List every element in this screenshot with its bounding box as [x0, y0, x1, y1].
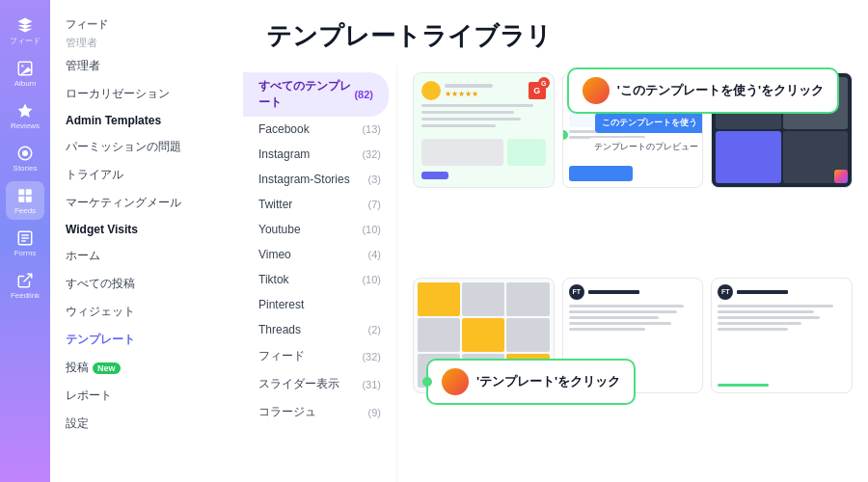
filter-vimeo[interactable]: Vimeo (4) — [243, 242, 396, 267]
filter-facebook[interactable]: Facebook (13) — [243, 117, 396, 142]
filter-pinterest[interactable]: Pinterest — [243, 292, 396, 317]
svg-marker-2 — [18, 103, 33, 117]
filter-all[interactable]: すべてのテンプレート (82) — [243, 72, 389, 117]
svg-rect-7 — [18, 196, 24, 201]
sidebar-item-feed[interactable]: フィード — [6, 12, 44, 50]
sidebar-item-reviews[interactable]: Reviews — [6, 96, 44, 135]
sidebar-item-stories[interactable]: Stories — [6, 139, 44, 177]
filter-instagram-stories[interactable]: Instagram-Stories (3) — [243, 167, 396, 192]
tooltip-avatar-2 — [442, 368, 469, 395]
sidebar-item-templates[interactable]: テンプレート — [50, 326, 243, 354]
sidebar-item-permissions[interactable]: パーミッションの問題 — [50, 133, 243, 161]
sidebar-item-album[interactable]: Album — [6, 54, 44, 93]
filter-feeds[interactable]: フィード (32) — [243, 342, 396, 370]
tooltip-dot — [422, 377, 432, 387]
tooltip-use-template: 'このテンプレートを使う'をクリック — [567, 67, 839, 114]
sidebar-item-forms[interactable]: Forms — [6, 224, 44, 262]
use-template-button[interactable]: このテンプレートを使う — [595, 113, 703, 133]
svg-rect-8 — [26, 196, 32, 201]
template-card-6[interactable]: FT — [711, 278, 853, 393]
icon-bar: フィード Album Reviews Stories Feeds Forms F… — [0, 0, 50, 482]
sidebar-item-kanrisha-sub[interactable]: 管理者 — [50, 34, 243, 52]
sidebar-item-widget[interactable]: ウィジェット — [50, 298, 243, 326]
sidebar-item-trial[interactable]: トライアル — [50, 161, 243, 189]
template-card-1[interactable]: ★★★★★ G G — [413, 72, 555, 188]
sidebar-item-posts[interactable]: 投稿 New — [50, 354, 243, 382]
svg-rect-6 — [26, 189, 32, 195]
sidebar-item-report[interactable]: レポート — [50, 382, 243, 410]
filter-youtube[interactable]: Youtube (10) — [243, 217, 396, 242]
filter-instagram[interactable]: Instagram (32) — [243, 142, 396, 167]
svg-line-13 — [24, 274, 32, 281]
sidebar-item-widget-visits[interactable]: Widget Visits — [50, 217, 243, 242]
preview-button[interactable]: テンプレートのプレビュー — [588, 138, 703, 156]
sidebar-item-localization[interactable]: ローカリゼーション — [50, 80, 243, 108]
page-title: テンプレートライブラリ — [266, 19, 552, 53]
sidebar-item-feedlink[interactable]: Feedlink — [6, 266, 44, 305]
sidebar: フィード 管理者 管理者 ローカリゼーション Admin Templates パ… — [50, 0, 243, 482]
sidebar-item-all-posts[interactable]: すべての投稿 — [50, 270, 243, 298]
svg-point-3 — [22, 150, 28, 156]
card-badge-google: G — [538, 77, 550, 89]
content-area: すべてのテンプレート (82) Facebook (13) Instagram … — [243, 65, 868, 482]
sidebar-item-settings[interactable]: 設定 — [50, 410, 243, 438]
filter-collage[interactable]: コラージュ (9) — [243, 398, 396, 426]
template-grid: ★★★★★ G G — [397, 65, 868, 482]
sidebar-item-feeds[interactable]: Feeds — [6, 181, 44, 220]
sidebar-item-admin-templates[interactable]: Admin Templates — [50, 108, 243, 133]
filter-tiktok[interactable]: Tiktok (10) — [243, 267, 396, 292]
tooltip-templates-click: 'テンプレート'をクリック — [426, 359, 636, 405]
sidebar-section-title: フィード — [50, 12, 243, 34]
new-badge: New — [93, 362, 121, 374]
main-header: テンプレートライブラリ — [243, 0, 868, 65]
tooltip-avatar-1 — [583, 77, 610, 104]
filter-threads[interactable]: Threads (2) — [243, 317, 396, 342]
svg-rect-5 — [18, 189, 24, 195]
filter-panel: すべてのテンプレート (82) Facebook (13) Instagram … — [243, 65, 397, 482]
sidebar-item-kanrisha[interactable]: 管理者 — [50, 52, 243, 80]
main-content: テンプレートライブラリ すべてのテンプレート (82) Facebook (13… — [243, 0, 868, 482]
svg-point-1 — [21, 65, 23, 67]
sidebar-item-home[interactable]: ホーム — [50, 242, 243, 270]
filter-twitter[interactable]: Twitter (7) — [243, 192, 396, 217]
filter-slider[interactable]: スライダー表示 (31) — [243, 370, 396, 398]
instagram-badge-card3 — [834, 170, 848, 183]
sidebar-item-marketing[interactable]: マーケティングメール — [50, 189, 243, 217]
